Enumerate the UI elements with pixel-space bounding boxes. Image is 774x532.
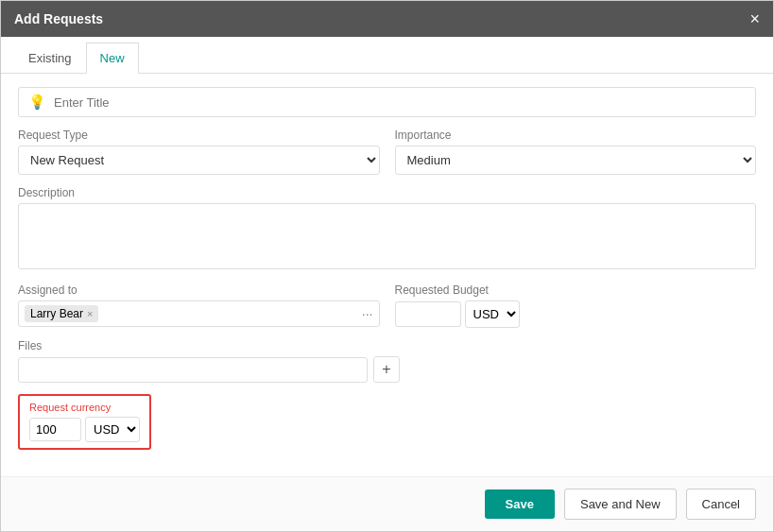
cancel-button[interactable]: Cancel — [686, 489, 756, 520]
title-row: 💡 — [18, 87, 756, 117]
description-textarea[interactable] — [18, 203, 756, 269]
tab-new[interactable]: New — [86, 43, 139, 74]
importance-select[interactable]: Low Medium High Critical — [395, 146, 757, 175]
files-field: Files + — [18, 339, 756, 383]
request-type-field: Request Type New Request Existing Reques… — [18, 129, 380, 175]
files-add-button[interactable]: + — [373, 356, 400, 383]
save-button[interactable]: Save — [485, 489, 555, 519]
request-currency-section: Request currency USD EUR GBP JPY — [18, 394, 756, 450]
tag-remove-icon[interactable]: × — [87, 308, 93, 319]
assigned-to-field: Assigned to Larry Bear × ··· — [18, 283, 380, 328]
files-input[interactable] — [18, 357, 368, 383]
assigned-budget-row: Assigned to Larry Bear × ··· Requested B… — [18, 283, 756, 328]
budget-currency-select[interactable]: USD EUR GBP JPY — [465, 300, 520, 328]
dialog-footer: Save Save and New Cancel — [1, 476, 773, 531]
requested-budget-label: Requested Budget — [395, 283, 757, 297]
dialog-body: 💡 Request Type New Request Existing Requ… — [1, 74, 773, 476]
budget-inputs: USD EUR GBP JPY — [395, 300, 757, 328]
files-label: Files — [18, 339, 756, 352]
budget-amount-input[interactable] — [395, 301, 461, 327]
request-type-label: Request Type — [18, 129, 380, 142]
dialog-header: Add Requests × — [1, 1, 773, 37]
close-button[interactable]: × — [749, 10, 760, 27]
tab-existing[interactable]: Existing — [14, 43, 86, 73]
currency-section-box: Request currency USD EUR GBP JPY — [18, 394, 151, 450]
files-row: + — [18, 356, 756, 383]
description-field: Description — [18, 186, 756, 272]
type-importance-row: Request Type New Request Existing Reques… — [18, 129, 756, 175]
importance-field: Importance Low Medium High Critical — [395, 129, 757, 175]
importance-label: Importance — [395, 129, 757, 142]
description-label: Description — [18, 186, 756, 199]
requested-budget-field: Requested Budget USD EUR GBP JPY — [395, 283, 757, 328]
assigned-to-label: Assigned to — [18, 283, 380, 297]
tab-bar: Existing New — [1, 37, 773, 74]
title-input[interactable] — [54, 95, 746, 110]
request-type-select[interactable]: New Request Existing Request Change Requ… — [18, 146, 380, 175]
assigned-to-input[interactable]: Larry Bear × ··· — [18, 300, 380, 327]
currency-select[interactable]: USD EUR GBP JPY — [85, 417, 140, 442]
title-icon: 💡 — [28, 94, 46, 111]
tag-label: Larry Bear — [30, 307, 83, 320]
add-requests-dialog: Add Requests × Existing New 💡 Request Ty… — [0, 0, 774, 532]
currency-label: Request currency — [29, 402, 140, 413]
save-and-new-button[interactable]: Save and New — [564, 489, 677, 520]
more-options-icon[interactable]: ··· — [362, 306, 373, 321]
currency-amount-input[interactable] — [29, 418, 81, 441]
currency-inputs: USD EUR GBP JPY — [29, 417, 140, 442]
dialog-title: Add Requests — [14, 11, 103, 26]
assigned-tag: Larry Bear × — [25, 305, 98, 322]
